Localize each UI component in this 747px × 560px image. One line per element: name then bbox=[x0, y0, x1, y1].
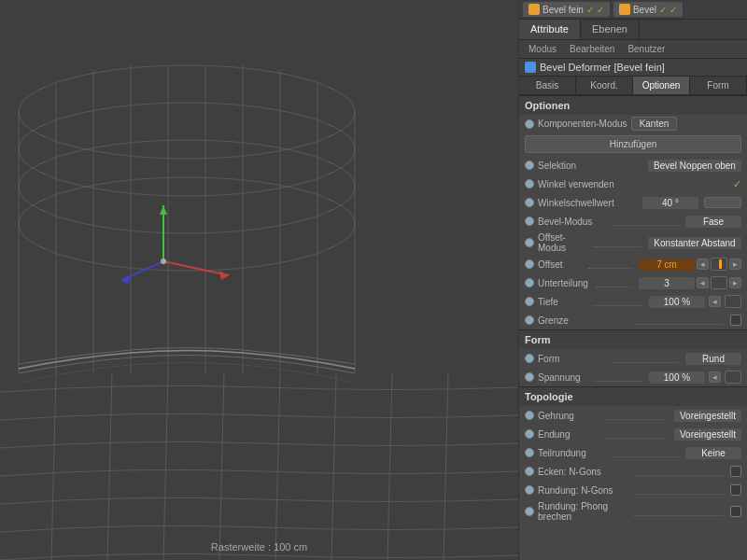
unterteilung-row: Unterteilung 3 ◂ ▸ bbox=[519, 273, 747, 292]
teilrundung-label: Teilrundung bbox=[538, 448, 604, 458]
object-title: Bevel Deformer [Bevel fein] bbox=[540, 62, 665, 73]
endung-value[interactable]: Voreingestellt bbox=[674, 428, 741, 441]
spannung-value[interactable]: 100 % bbox=[649, 371, 705, 384]
selektion-label: Selektion bbox=[538, 161, 644, 171]
offset-row: Offset 7 cm ◂ ▸ bbox=[519, 255, 747, 273]
unterteilung-dec[interactable]: ◂ bbox=[697, 277, 709, 288]
offset-inc[interactable]: ▸ bbox=[729, 259, 741, 270]
phong-radio[interactable] bbox=[525, 507, 534, 516]
subtab-benutzer[interactable]: Benutzer bbox=[622, 42, 670, 56]
panel-top-items: Bevel fein ✓ ✓ Bevel ✓ ✓ bbox=[519, 0, 747, 20]
rundung-check[interactable] bbox=[730, 484, 741, 496]
dot-sep9 bbox=[606, 411, 667, 420]
dot-sep10 bbox=[606, 429, 667, 439]
viewport[interactable]: Rasterweite : 100 cm bbox=[0, 0, 518, 560]
prop-tab-form[interactable]: Form bbox=[690, 77, 747, 94]
ecken-check[interactable] bbox=[730, 466, 741, 477]
winkelschwell-value[interactable]: 40 ° bbox=[642, 197, 698, 209]
bevel-check2: ✓ bbox=[669, 5, 677, 15]
right-panel: Bevel fein ✓ ✓ Bevel ✓ ✓ Attribute Ebene… bbox=[518, 0, 747, 560]
dot-sep12 bbox=[634, 467, 723, 476]
grenze-radio[interactable] bbox=[525, 315, 534, 325]
komponent-label: Komponenten-Modus bbox=[538, 119, 627, 129]
unterteilung-inc[interactable]: ▸ bbox=[729, 277, 741, 288]
tiefe-radio[interactable] bbox=[525, 297, 534, 306]
komponent-value[interactable]: Kanten bbox=[631, 117, 678, 131]
unterteilung-slider[interactable] bbox=[711, 276, 727, 289]
selektion-radio[interactable] bbox=[525, 161, 534, 170]
tiefe-value[interactable]: 100 % bbox=[649, 296, 705, 308]
form-radio[interactable] bbox=[525, 354, 534, 363]
winkel-row: Winkel verwenden ✓ bbox=[519, 175, 747, 193]
spannung-radio[interactable] bbox=[525, 372, 534, 382]
spannung-dec[interactable]: ◂ bbox=[709, 371, 721, 383]
tiefe-dec[interactable]: ◂ bbox=[709, 296, 721, 307]
svg-point-29 bbox=[161, 259, 166, 264]
spannung-label: Spannung bbox=[538, 372, 586, 383]
tiefe-slider[interactable] bbox=[725, 295, 741, 308]
winkelschwell-row: Winkelschwellwert 40 ° bbox=[519, 193, 747, 212]
offset-slider[interactable] bbox=[711, 258, 727, 271]
grenze-row: Grenze bbox=[519, 311, 747, 329]
dot-sep4 bbox=[596, 278, 631, 287]
winkelschwell-radio[interactable] bbox=[525, 198, 534, 207]
dot-sep1 bbox=[612, 217, 678, 226]
teilrundung-radio[interactable] bbox=[525, 448, 534, 457]
rundung-row: Rundung: N-Gons bbox=[519, 481, 747, 499]
komponent-row: Komponenten-Modus Kanten bbox=[519, 115, 747, 133]
grenze-check[interactable] bbox=[730, 315, 741, 326]
tiefe-row: Tiefe 100 % ◂ bbox=[519, 292, 747, 311]
tab-attribute[interactable]: Attribute bbox=[519, 20, 581, 39]
prop-tab-koord[interactable]: Koord. bbox=[576, 77, 633, 94]
section-topologie: Topologie bbox=[519, 386, 747, 406]
bevel-item[interactable]: Bevel ✓ ✓ bbox=[613, 2, 683, 17]
offset-modus-radio[interactable] bbox=[525, 238, 534, 247]
unterteilung-radio[interactable] bbox=[525, 278, 534, 287]
phong-row: Rundung: Phong brechen bbox=[519, 499, 747, 524]
offset-dec[interactable]: ◂ bbox=[697, 259, 709, 270]
dot-sep3 bbox=[588, 259, 631, 269]
offset-value[interactable]: 7 cm bbox=[639, 259, 695, 271]
selektion-row: Selektion Bevel Noppen oben bbox=[519, 156, 747, 175]
gehrung-radio[interactable] bbox=[525, 411, 534, 420]
hinzufuegen-button[interactable]: Hinzufügen bbox=[525, 135, 741, 153]
dot-sep2 bbox=[593, 238, 641, 247]
rundung-label: Rundung: N-Gons bbox=[538, 485, 627, 496]
komponent-radio[interactable] bbox=[525, 119, 534, 129]
dot-sep7 bbox=[612, 354, 678, 363]
unterteilung-value[interactable]: 3 bbox=[639, 277, 695, 289]
gehrung-value[interactable]: Voreingestellt bbox=[674, 410, 741, 422]
section-form: Form bbox=[519, 329, 747, 349]
bevel-modus-value[interactable]: Fase bbox=[685, 216, 741, 228]
phong-check[interactable] bbox=[730, 506, 741, 517]
panel-tabs: Attribute Ebenen bbox=[519, 20, 747, 40]
offset-modus-value[interactable]: Konstanter Abstand bbox=[648, 237, 741, 249]
prop-tab-optionen[interactable]: Optionen bbox=[633, 77, 690, 94]
endung-radio[interactable] bbox=[525, 429, 534, 439]
prop-tab-basis[interactable]: Basis bbox=[519, 77, 576, 94]
dot-sep5 bbox=[594, 297, 642, 306]
offset-label: Offset bbox=[538, 259, 581, 270]
spannung-row: Spannung 100 % ◂ bbox=[519, 368, 747, 386]
bevel-fein-icon bbox=[529, 4, 540, 15]
panel-content: Optionen Komponenten-Modus Kanten Hinzuf… bbox=[519, 95, 747, 560]
spannung-slider[interactable] bbox=[725, 371, 741, 384]
subtab-bearbeiten[interactable]: Bearbeiten bbox=[564, 42, 620, 56]
ecken-radio[interactable] bbox=[525, 467, 534, 476]
dot-sep13 bbox=[634, 485, 723, 495]
winkel-radio[interactable] bbox=[525, 179, 534, 189]
winkelschwell-slider[interactable] bbox=[704, 197, 741, 208]
bevel-fein-item[interactable]: Bevel fein ✓ ✓ bbox=[523, 2, 610, 17]
bevel-modus-radio[interactable] bbox=[525, 217, 534, 226]
dot-sep11 bbox=[612, 448, 678, 457]
endung-label: Endung bbox=[538, 429, 599, 440]
offset-radio[interactable] bbox=[525, 259, 534, 269]
dot-sep6 bbox=[634, 315, 723, 325]
selektion-value[interactable]: Bevel Noppen oben bbox=[648, 160, 741, 172]
teilrundung-value[interactable]: Keine bbox=[685, 447, 741, 459]
rundung-radio[interactable] bbox=[525, 485, 534, 495]
subtab-modus[interactable]: Modus bbox=[523, 42, 562, 56]
form-value[interactable]: Rund bbox=[685, 353, 741, 365]
winkel-check[interactable]: ✓ bbox=[733, 178, 741, 190]
tab-ebenen[interactable]: Ebenen bbox=[581, 20, 640, 39]
